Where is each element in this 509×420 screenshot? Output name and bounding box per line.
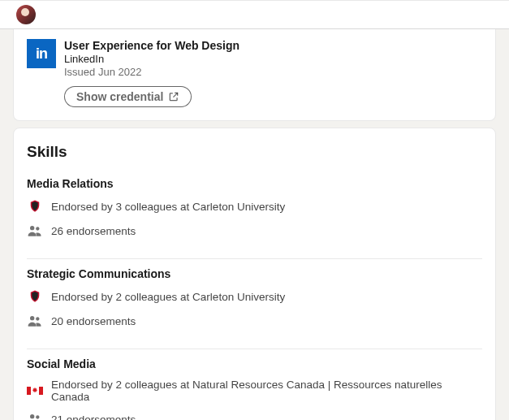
svg-point-2 — [30, 316, 34, 320]
skill-name[interactable]: Strategic Communications — [27, 267, 482, 280]
org-endorsement-text: Endorsed by 2 colleagues at Carleton Uni… — [51, 291, 285, 303]
endorsement-count-line[interactable]: 26 endorsements — [27, 223, 482, 239]
skill-name[interactable]: Media Relations — [27, 177, 482, 190]
svg-point-1 — [36, 227, 39, 230]
skill-name[interactable]: Social Media — [27, 357, 482, 370]
skills-header: Skills — [14, 128, 495, 169]
certification-item: in User Experience for Web Design Linked… — [27, 39, 482, 107]
carleton-logo-icon — [27, 288, 43, 305]
endorsement-count-line[interactable]: 21 endorsements — [27, 411, 482, 420]
top-bar — [0, 0, 509, 29]
org-endorsement-line: Endorsed by 2 colleagues at Carleton Uni… — [27, 288, 482, 305]
profile-avatar[interactable] — [16, 5, 36, 24]
svg-rect-4 — [27, 387, 31, 395]
show-credential-button[interactable]: Show credential — [64, 86, 192, 107]
endorsement-count-text: 21 endorsements — [51, 414, 136, 421]
org-endorsement-text: Endorsed by 3 colleagues at Carleton Uni… — [51, 201, 285, 213]
certification-issuer: LinkedIn — [64, 53, 239, 65]
svg-point-0 — [30, 226, 34, 230]
people-icon — [27, 411, 43, 420]
certification-title[interactable]: User Experience for Web Design — [64, 39, 239, 52]
external-link-icon — [168, 91, 179, 102]
certification-issued-date: Issued Jun 2022 — [64, 66, 239, 78]
linkedin-logo-icon: in — [27, 39, 56, 68]
nrcan-logo-icon — [27, 383, 43, 399]
people-icon — [27, 313, 43, 329]
carleton-logo-icon — [27, 198, 43, 214]
skill-item: Strategic Communications Endorsed by 2 c… — [14, 259, 495, 349]
svg-point-6 — [30, 414, 34, 418]
endorsement-count-text: 20 endorsements — [51, 315, 136, 327]
show-credential-label: Show credential — [76, 90, 163, 103]
people-icon — [27, 223, 43, 239]
skill-item: Social Media Endorsed by 2 colleagues at… — [14, 349, 495, 420]
endorsement-count-line[interactable]: 20 endorsements — [27, 313, 482, 329]
org-endorsement-text: Endorsed by 2 colleagues at Natural Reso… — [51, 379, 482, 403]
skills-card: Skills Media Relations Endorsed by 3 col… — [13, 128, 496, 420]
svg-rect-5 — [39, 387, 43, 395]
org-endorsement-line: Endorsed by 2 colleagues at Natural Reso… — [27, 379, 482, 403]
skill-item: Media Relations Endorsed by 3 colleagues… — [14, 169, 495, 258]
svg-point-7 — [36, 415, 39, 418]
org-endorsement-line: Endorsed by 3 colleagues at Carleton Uni… — [27, 198, 482, 214]
svg-point-3 — [36, 317, 39, 320]
endorsement-count-text: 26 endorsements — [51, 225, 136, 237]
skills-heading: Skills — [27, 143, 482, 161]
certifications-card: in User Experience for Web Design Linked… — [13, 29, 496, 121]
